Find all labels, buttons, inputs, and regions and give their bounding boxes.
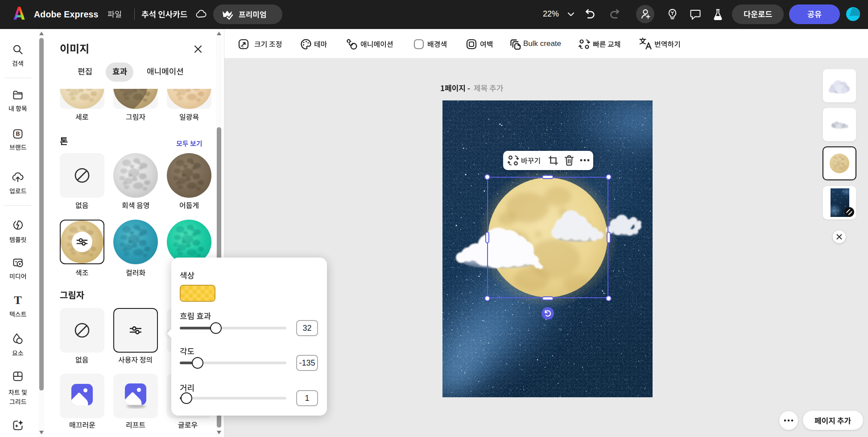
- svg-text:T: T: [14, 295, 21, 306]
- svg-text:B: B: [16, 131, 20, 137]
